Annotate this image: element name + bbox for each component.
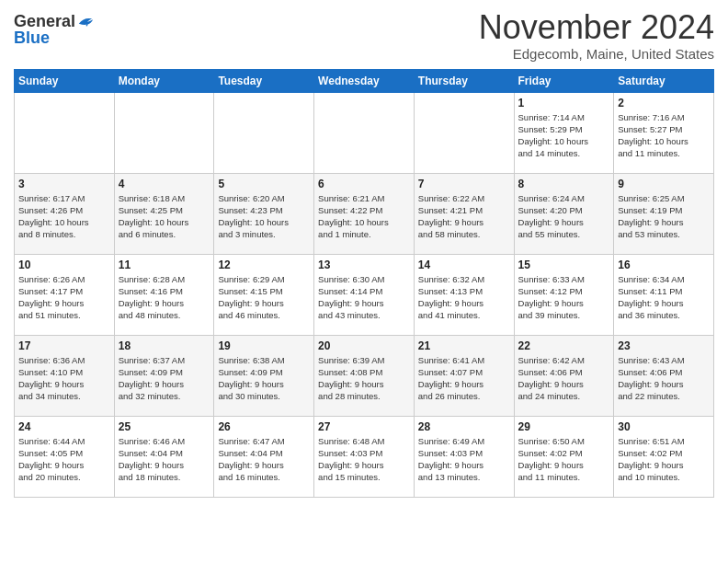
calendar-cell: 11Sunrise: 6:28 AM Sunset: 4:16 PM Dayli… [114, 254, 214, 335]
day-number: 8 [518, 178, 610, 190]
calendar-week-row: 1Sunrise: 7:14 AM Sunset: 5:29 PM Daylig… [15, 92, 714, 173]
day-number: 12 [218, 259, 310, 271]
day-info: Sunrise: 6:24 AM Sunset: 4:20 PM Dayligh… [518, 192, 610, 241]
day-info: Sunrise: 6:49 AM Sunset: 4:03 PM Dayligh… [418, 435, 510, 484]
calendar-table: SundayMondayTuesdayWednesdayThursdayFrid… [14, 69, 714, 498]
day-info: Sunrise: 6:18 AM Sunset: 4:25 PM Dayligh… [119, 192, 210, 241]
day-info: Sunrise: 6:28 AM Sunset: 4:16 PM Dayligh… [119, 273, 210, 322]
month-title: November 2024 [479, 9, 714, 46]
day-number: 19 [218, 339, 310, 352]
calendar-cell [414, 92, 514, 173]
day-number: 6 [318, 178, 410, 190]
weekday-header-thursday: Thursday [414, 69, 514, 92]
day-info: Sunrise: 6:34 AM Sunset: 4:11 PM Dayligh… [618, 273, 710, 322]
calendar-cell: 29Sunrise: 6:50 AM Sunset: 4:02 PM Dayli… [514, 416, 614, 497]
calendar-cell: 7Sunrise: 6:22 AM Sunset: 4:21 PM Daylig… [414, 173, 514, 254]
calendar-cell: 13Sunrise: 6:30 AM Sunset: 4:14 PM Dayli… [314, 254, 415, 335]
day-info: Sunrise: 7:14 AM Sunset: 5:29 PM Dayligh… [518, 111, 610, 160]
calendar-cell: 16Sunrise: 6:34 AM Sunset: 4:11 PM Dayli… [614, 254, 714, 335]
header: General Blue November 2024 Edgecomb, Mai… [14, 9, 714, 62]
day-number: 5 [218, 178, 310, 190]
day-info: Sunrise: 6:36 AM Sunset: 4:10 PM Dayligh… [18, 354, 110, 403]
calendar-cell: 27Sunrise: 6:48 AM Sunset: 4:03 PM Dayli… [314, 416, 415, 497]
day-number: 9 [618, 178, 710, 190]
calendar-cell: 12Sunrise: 6:29 AM Sunset: 4:15 PM Dayli… [214, 254, 314, 335]
day-info: Sunrise: 6:32 AM Sunset: 4:13 PM Dayligh… [418, 273, 510, 322]
day-info: Sunrise: 6:41 AM Sunset: 4:07 PM Dayligh… [418, 354, 510, 403]
day-info: Sunrise: 6:26 AM Sunset: 4:17 PM Dayligh… [18, 273, 110, 322]
calendar-cell: 4Sunrise: 6:18 AM Sunset: 4:25 PM Daylig… [114, 173, 214, 254]
weekday-header-sunday: Sunday [15, 69, 115, 92]
day-info: Sunrise: 6:29 AM Sunset: 4:15 PM Dayligh… [218, 273, 310, 322]
weekday-header-saturday: Saturday [614, 69, 714, 92]
day-info: Sunrise: 7:16 AM Sunset: 5:27 PM Dayligh… [618, 111, 710, 160]
day-info: Sunrise: 6:25 AM Sunset: 4:19 PM Dayligh… [618, 192, 710, 241]
calendar-cell: 18Sunrise: 6:37 AM Sunset: 4:09 PM Dayli… [114, 335, 214, 416]
day-number: 3 [18, 178, 110, 190]
day-info: Sunrise: 6:43 AM Sunset: 4:06 PM Dayligh… [618, 354, 710, 403]
logo-general-text: General [14, 13, 75, 29]
day-number: 26 [218, 420, 310, 433]
day-info: Sunrise: 6:46 AM Sunset: 4:04 PM Dayligh… [119, 435, 210, 484]
calendar-cell: 25Sunrise: 6:46 AM Sunset: 4:04 PM Dayli… [114, 416, 214, 497]
day-number: 15 [518, 259, 610, 271]
day-info: Sunrise: 6:17 AM Sunset: 4:26 PM Dayligh… [18, 192, 110, 241]
day-info: Sunrise: 6:42 AM Sunset: 4:06 PM Dayligh… [518, 354, 610, 403]
day-number: 29 [518, 420, 610, 433]
logo: General Blue [14, 9, 94, 46]
day-info: Sunrise: 6:30 AM Sunset: 4:14 PM Dayligh… [318, 273, 410, 322]
day-number: 10 [18, 259, 110, 271]
day-number: 4 [119, 178, 210, 190]
location-title: Edgecomb, Maine, United States [479, 46, 714, 62]
day-number: 27 [318, 420, 410, 433]
calendar-cell: 24Sunrise: 6:44 AM Sunset: 4:05 PM Dayli… [15, 416, 115, 497]
day-number: 20 [318, 339, 410, 352]
calendar-cell: 15Sunrise: 6:33 AM Sunset: 4:12 PM Dayli… [514, 254, 614, 335]
day-info: Sunrise: 6:50 AM Sunset: 4:02 PM Dayligh… [518, 435, 610, 484]
calendar-cell: 1Sunrise: 7:14 AM Sunset: 5:29 PM Daylig… [514, 92, 614, 173]
calendar-cell: 14Sunrise: 6:32 AM Sunset: 4:13 PM Dayli… [414, 254, 514, 335]
logo-bird-icon [77, 15, 94, 28]
day-number: 21 [418, 339, 510, 352]
day-number: 28 [418, 420, 510, 433]
weekday-header-monday: Monday [114, 69, 214, 92]
weekday-header-friday: Friday [514, 69, 614, 92]
calendar-cell: 22Sunrise: 6:42 AM Sunset: 4:06 PM Dayli… [514, 335, 614, 416]
calendar-cell: 30Sunrise: 6:51 AM Sunset: 4:02 PM Dayli… [614, 416, 714, 497]
day-number: 18 [119, 339, 210, 352]
calendar-cell: 3Sunrise: 6:17 AM Sunset: 4:26 PM Daylig… [15, 173, 115, 254]
day-number: 22 [518, 339, 610, 352]
day-number: 24 [18, 420, 110, 433]
page: General Blue November 2024 Edgecomb, Mai… [0, 0, 728, 507]
day-info: Sunrise: 6:44 AM Sunset: 4:05 PM Dayligh… [18, 435, 110, 484]
calendar-week-row: 10Sunrise: 6:26 AM Sunset: 4:17 PM Dayli… [15, 254, 714, 335]
day-number: 23 [618, 339, 710, 352]
day-info: Sunrise: 6:47 AM Sunset: 4:04 PM Dayligh… [218, 435, 310, 484]
calendar-cell [114, 92, 214, 173]
day-info: Sunrise: 6:38 AM Sunset: 4:09 PM Dayligh… [218, 354, 310, 403]
calendar-cell: 8Sunrise: 6:24 AM Sunset: 4:20 PM Daylig… [514, 173, 614, 254]
day-info: Sunrise: 6:39 AM Sunset: 4:08 PM Dayligh… [318, 354, 410, 403]
day-info: Sunrise: 6:37 AM Sunset: 4:09 PM Dayligh… [119, 354, 210, 403]
day-info: Sunrise: 6:22 AM Sunset: 4:21 PM Dayligh… [418, 192, 510, 241]
calendar-cell: 6Sunrise: 6:21 AM Sunset: 4:22 PM Daylig… [314, 173, 415, 254]
title-block: November 2024 Edgecomb, Maine, United St… [479, 9, 714, 62]
day-info: Sunrise: 6:21 AM Sunset: 4:22 PM Dayligh… [318, 192, 410, 241]
weekday-header-wednesday: Wednesday [314, 69, 415, 92]
calendar-cell [15, 92, 115, 173]
calendar-cell: 5Sunrise: 6:20 AM Sunset: 4:23 PM Daylig… [214, 173, 314, 254]
calendar-week-row: 3Sunrise: 6:17 AM Sunset: 4:26 PM Daylig… [15, 173, 714, 254]
day-number: 14 [418, 259, 510, 271]
day-number: 11 [119, 259, 210, 271]
day-number: 30 [618, 420, 710, 433]
day-number: 2 [618, 97, 710, 109]
day-info: Sunrise: 6:48 AM Sunset: 4:03 PM Dayligh… [318, 435, 410, 484]
weekday-header-tuesday: Tuesday [214, 69, 314, 92]
calendar-cell: 26Sunrise: 6:47 AM Sunset: 4:04 PM Dayli… [214, 416, 314, 497]
day-info: Sunrise: 6:33 AM Sunset: 4:12 PM Dayligh… [518, 273, 610, 322]
calendar-cell [214, 92, 314, 173]
day-number: 13 [318, 259, 410, 271]
calendar-cell: 21Sunrise: 6:41 AM Sunset: 4:07 PM Dayli… [414, 335, 514, 416]
calendar-cell: 17Sunrise: 6:36 AM Sunset: 4:10 PM Dayli… [15, 335, 115, 416]
calendar-cell: 20Sunrise: 6:39 AM Sunset: 4:08 PM Dayli… [314, 335, 415, 416]
